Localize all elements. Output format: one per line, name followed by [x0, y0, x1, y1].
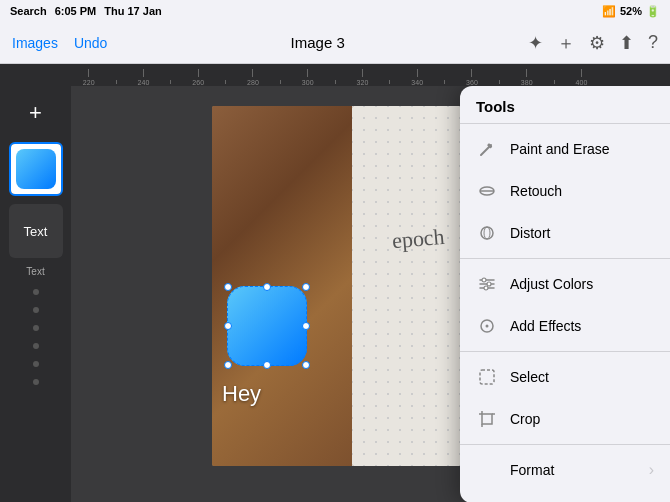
distort-label: Distort [510, 225, 550, 241]
format-arrow-icon: › [649, 461, 654, 479]
handle-middle-right[interactable] [302, 322, 310, 330]
paint-erase-item[interactable]: Paint and Erase [460, 128, 670, 170]
crop-label: Crop [510, 411, 540, 427]
battery-percent: 52% [620, 5, 642, 17]
gear-icon[interactable]: ⚙ [589, 32, 605, 54]
svg-point-4 [481, 227, 493, 239]
paint-erase-label: Paint and Erase [510, 141, 610, 157]
paint-erase-icon [476, 138, 498, 160]
select-icon [476, 366, 498, 388]
wifi-icon: 📶 [602, 5, 616, 18]
crop-item[interactable]: Crop [460, 398, 670, 440]
handle-bottom-right[interactable] [302, 361, 310, 369]
help-icon[interactable]: ? [648, 32, 658, 53]
layer-dots [33, 289, 39, 385]
handle-top-right[interactable] [302, 283, 310, 291]
add-icon[interactable]: ＋ [557, 31, 575, 55]
format-item[interactable]: Format › [460, 449, 670, 491]
svg-point-5 [484, 227, 490, 239]
undo-button[interactable]: Undo [74, 35, 107, 51]
document-title: Image 3 [107, 34, 528, 51]
handle-bottom-middle[interactable] [263, 361, 271, 369]
svg-point-10 [487, 282, 491, 286]
nav-bar: Images Undo Image 3 ✦ ＋ ⚙ ⬆ ? [0, 22, 670, 64]
handle-middle-left[interactable] [224, 322, 232, 330]
main-layout: + Text Text epoch [0, 86, 670, 502]
layer-dot-1 [33, 289, 39, 295]
nav-right: ✦ ＋ ⚙ ⬆ ? [528, 31, 658, 55]
distort-item[interactable]: Distort [460, 212, 670, 254]
date-display: Thu 17 Jan [104, 5, 161, 17]
svg-rect-14 [480, 370, 494, 384]
format-icon [476, 459, 498, 481]
adjust-colors-item[interactable]: Adjust Colors [460, 263, 670, 305]
add-layer-button[interactable]: + [19, 96, 53, 130]
layer-dot-6 [33, 379, 39, 385]
hey-text-label: Hey [222, 381, 261, 407]
add-effects-label: Add Effects [510, 318, 581, 334]
text-layer-label: Text [26, 266, 44, 277]
format-label: Format [510, 462, 554, 478]
status-right: 📶 52% 🔋 [602, 5, 660, 18]
handle-top-middle[interactable] [263, 283, 271, 291]
time-display: 6:05 PM [55, 5, 97, 17]
retouch-icon [476, 180, 498, 202]
distort-icon [476, 222, 498, 244]
handle-bottom-left[interactable] [224, 361, 232, 369]
tools-panel: Tools Paint and Erase [460, 86, 670, 502]
share-icon[interactable]: ⬆ [619, 32, 634, 54]
layer-text-label: Text [24, 224, 48, 239]
layer-dot-4 [33, 343, 39, 349]
retouch-item[interactable]: Retouch [460, 170, 670, 212]
svg-point-9 [482, 278, 486, 282]
ruler: 220 240 260 280 300 320 340 360 380 400 [0, 64, 670, 86]
sidebar: + Text Text [0, 86, 72, 502]
handle-top-left[interactable] [224, 283, 232, 291]
svg-point-13 [486, 325, 489, 328]
search-label: Search [10, 5, 47, 17]
status-bar: Search 6:05 PM Thu 17 Jan 📶 52% 🔋 [0, 0, 670, 22]
selected-shape[interactable] [222, 281, 312, 371]
shape-handles [222, 281, 312, 371]
svg-point-11 [484, 286, 488, 290]
format-item-left: Format [476, 459, 554, 481]
tools-section-3: Select Crop [460, 352, 670, 445]
svg-rect-15 [482, 414, 492, 424]
magic-wand-icon[interactable]: ✦ [528, 32, 543, 54]
tools-section-1: Paint and Erase Retouch [460, 124, 670, 259]
images-button[interactable]: Images [12, 35, 58, 51]
layer-dot-5 [33, 361, 39, 367]
notebook-script: epoch [391, 224, 446, 254]
select-label: Select [510, 369, 549, 385]
canvas-area[interactable]: epoch Hey [72, 86, 670, 502]
status-left: Search 6:05 PM Thu 17 Jan [10, 5, 162, 17]
layer-canvas-preview [11, 144, 61, 194]
add-effects-item[interactable]: Add Effects [460, 305, 670, 347]
tools-section-4: Format › [460, 445, 670, 495]
add-effects-icon [476, 315, 498, 337]
nav-left: Images Undo [12, 35, 107, 51]
retouch-label: Retouch [510, 183, 562, 199]
layer-canvas-thumb[interactable] [9, 142, 63, 196]
tools-section-2: Adjust Colors Add Effects [460, 259, 670, 352]
layer-text-thumb[interactable]: Text [9, 204, 63, 258]
adjust-colors-label: Adjust Colors [510, 276, 593, 292]
tools-panel-header: Tools [460, 86, 670, 124]
select-item[interactable]: Select [460, 356, 670, 398]
layer-dot-3 [33, 325, 39, 331]
crop-icon [476, 408, 498, 430]
battery-icon: 🔋 [646, 5, 660, 18]
layer-dot-2 [33, 307, 39, 313]
adjust-colors-icon [476, 273, 498, 295]
